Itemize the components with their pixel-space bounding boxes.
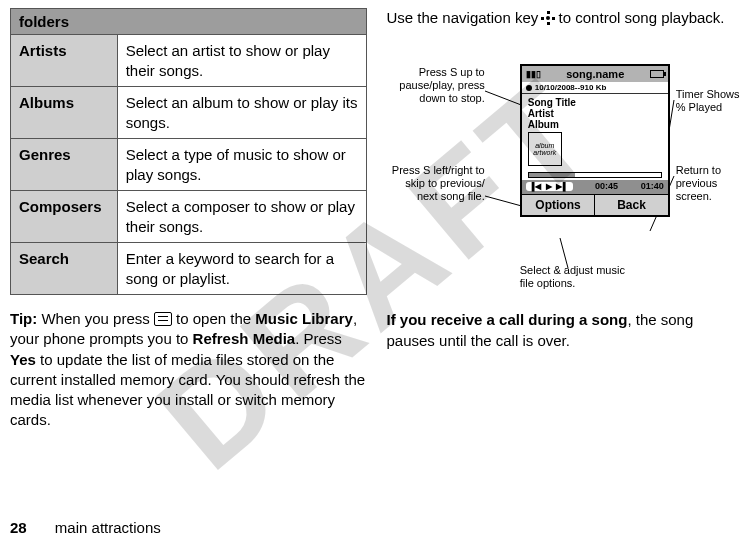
right-column: Use the navigation key to control song p… (387, 8, 744, 500)
callout-options: Select & adjust music file options. (520, 264, 640, 289)
section-name: main attractions (55, 519, 161, 536)
options-softkey[interactable]: Options (522, 195, 596, 215)
artist-line: Artist (528, 108, 662, 119)
battery-icon (650, 70, 664, 78)
album-artwork: album artwork (528, 132, 562, 166)
row-label: Composers (11, 191, 118, 243)
row-label: Albums (11, 87, 118, 139)
tip-text: to update the list of media files stored… (10, 351, 365, 429)
tip-lead: Tip: (10, 310, 37, 327)
softkey-row: Options Back (522, 194, 668, 215)
file-meta: 10/10/2008--910 Kb (535, 83, 607, 92)
table-row: Search Enter a keyword to search for a s… (11, 243, 367, 295)
tip-bold: Music Library (255, 310, 353, 327)
receive-bold: If you receive a call during a song (387, 311, 628, 328)
row-desc: Select an album to show or play its song… (117, 87, 366, 139)
two-column-layout: folders Artists Select an artist to show… (0, 0, 753, 500)
time-total: 01:40 (641, 181, 664, 191)
callout-timer: Timer Shows % Played (676, 88, 746, 113)
signal-icon: ▮▮▯ (526, 69, 541, 79)
intro-text: to control song playback. (554, 9, 724, 26)
row-desc: Select a composer to show or play their … (117, 191, 366, 243)
tip-paragraph: Tip: When you press to open the Music Li… (10, 309, 367, 431)
phone-header: ▮▮▯ song.name (522, 66, 668, 82)
row-label: Genres (11, 139, 118, 191)
intro-text: Use the navigation key (387, 9, 543, 26)
receive-paragraph: If you receive a call during a song, the… (387, 310, 744, 351)
table-row: Composers Select a composer to show or p… (11, 191, 367, 243)
table-row: Genres Select a type of music to show or… (11, 139, 367, 191)
row-desc: Select an artist to show or play their s… (117, 35, 366, 87)
tip-bold: Refresh Media (193, 330, 296, 347)
callout-back: Return to previous screen. (676, 164, 746, 202)
table-header: folders (11, 9, 367, 35)
nav-key-icon (542, 12, 554, 24)
time-elapsed: 00:45 (595, 181, 618, 191)
tip-bold: Yes (10, 351, 36, 368)
left-column: folders Artists Select an artist to show… (10, 8, 367, 500)
page-number: 28 (10, 519, 27, 536)
table-row: Albums Select an album to show or play i… (11, 87, 367, 139)
phone-figure: Press S up to pause/play, press down to … (390, 46, 740, 296)
tip-text: . Press (295, 330, 342, 347)
progress-bar[interactable] (528, 172, 662, 178)
tip-text: to open the (172, 310, 255, 327)
menu-key-icon (154, 312, 172, 326)
back-softkey[interactable]: Back (595, 195, 668, 215)
folders-table: folders Artists Select an artist to show… (10, 8, 367, 295)
callout-skip: Press S left/right to skip to previous/ … (390, 164, 485, 202)
intro-paragraph: Use the navigation key to control song p… (387, 8, 744, 28)
track-info: Song Title Artist Album album artwork (522, 94, 668, 168)
callout-pause: Press S up to pause/play, press down to … (390, 66, 485, 104)
transport-icons[interactable]: ▐◀ ▶ ▶▌ (526, 182, 573, 191)
song-title: Song Title (528, 97, 662, 108)
phone-title: song.name (566, 68, 624, 80)
row-desc: Enter a keyword to search for a song or … (117, 243, 366, 295)
album-line: Album (528, 119, 662, 130)
bullet-icon (526, 85, 532, 91)
table-row: Artists Select an artist to show or play… (11, 35, 367, 87)
row-desc: Select a type of music to show or play s… (117, 139, 366, 191)
control-bar: ▐◀ ▶ ▶▌ 00:45 01:40 (522, 180, 668, 194)
tip-text: When you press (37, 310, 154, 327)
row-label: Search (11, 243, 118, 295)
meta-bar: 10/10/2008--910 Kb (522, 82, 668, 94)
phone-screen: ▮▮▯ song.name 10/10/2008--910 Kb Song Ti… (520, 64, 670, 217)
progress-fill (529, 173, 575, 177)
page-footer: 28 main attractions (10, 519, 161, 536)
row-label: Artists (11, 35, 118, 87)
